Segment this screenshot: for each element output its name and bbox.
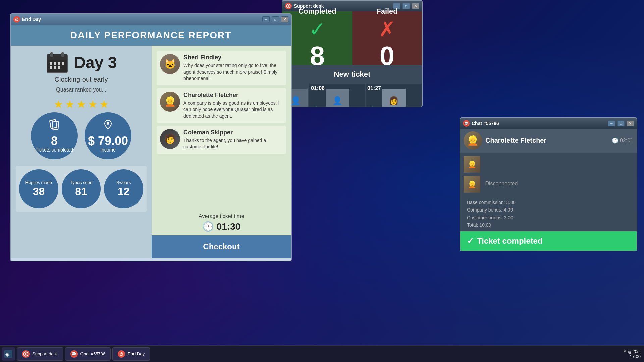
tickets-number: 8 xyxy=(51,135,58,147)
ticket-completed-bar: ✓ Ticket completed xyxy=(460,231,637,251)
avg-ticket-area: Average ticket time 🕐 01:30 xyxy=(152,210,291,235)
svg-rect-6 xyxy=(58,62,60,65)
reviewer-name-2: Coleman Skipper xyxy=(183,129,283,136)
report-right-container: 🐱 Sheri Findley Why does your star ratin… xyxy=(152,46,291,258)
svg-rect-8 xyxy=(50,66,52,69)
completed-tickets-row: 👤 👤 01:06 ✓ #67354 👩 01:27 ✓ #72084 xyxy=(282,84,422,107)
taskbar-endday-label: End Day xyxy=(128,351,145,356)
reviewer-avatar-1: 👱 xyxy=(160,92,180,112)
review-card-2: 🧑 Coleman Skipper Thanks to the agent, y… xyxy=(157,126,286,154)
svg-text:◈: ◈ xyxy=(5,351,10,357)
star-1: ★ xyxy=(54,98,63,111)
end-day-titlebar: ⏻ End Day ─ □ ✕ xyxy=(11,14,291,25)
review-text-0: Why does your star rating only go to fiv… xyxy=(183,62,283,82)
typos-circle: Typos seen 81 xyxy=(62,169,101,208)
support-desk-window: Support desk ─ □ ✕ Completed ✓ 8 Failed … xyxy=(282,0,423,107)
ticket-completed-check-icon: ✓ xyxy=(467,236,474,246)
star-2: ★ xyxy=(65,98,75,111)
chat-minimize-button[interactable]: ─ xyxy=(608,120,615,126)
maximize-button[interactable]: □ xyxy=(272,16,279,22)
chat-maximize-button[interactable]: □ xyxy=(617,120,625,126)
avg-ticket-label: Average ticket time xyxy=(157,213,286,219)
day-info: Day 3 xyxy=(45,51,117,74)
taskbar-chat-icon: 💬 xyxy=(70,350,78,358)
ticket-avatar-1: 👩 xyxy=(382,89,406,107)
failed-label: Failed xyxy=(376,7,398,16)
bottom-stats: Replies made 38 Typos seen 81 Swears 12 xyxy=(16,166,147,212)
company-bonus: Company bonus: 4.00 xyxy=(467,206,630,214)
completed-ticket-0: 👤 01:06 ✓ #67354 xyxy=(309,84,366,107)
taskbar-support-label: Support desk xyxy=(32,351,58,356)
completed-label: Completed xyxy=(298,7,336,16)
ticket-avatar-0: 👤 xyxy=(326,89,349,107)
chat-user-name: Charolette Fletcher xyxy=(485,137,546,144)
tickets-stats-row: Completed ✓ 8 Failed ✗ 0 xyxy=(282,11,422,65)
reviewer-avatar-2: 🧑 xyxy=(160,129,180,149)
chat-header-avatar: 👱 xyxy=(464,131,482,150)
chat-close-button[interactable]: ✕ xyxy=(627,120,634,126)
taskbar-support-icon xyxy=(22,350,30,358)
minimize-button[interactable]: ─ xyxy=(262,16,270,22)
chat-msg-row-1: 👱 Disconnected xyxy=(464,176,633,193)
reviewer-name-0: Sheri Findley xyxy=(183,54,283,61)
review-text-2: Thanks to the agent, you have gained a c… xyxy=(183,137,283,150)
report-header: DAILY PERFORMANCE REPORT xyxy=(11,25,291,46)
support-close-button[interactable]: ✕ xyxy=(412,3,419,9)
taskbar-chat-button[interactable]: 💬 Chat #55786 xyxy=(65,347,111,361)
taskbar-logo: ◈ xyxy=(2,347,15,361)
svg-rect-10 xyxy=(58,66,60,69)
svg-rect-2 xyxy=(50,52,53,57)
replies-circle: Replies made 38 xyxy=(19,169,58,208)
avg-ticket-time: 🕐 01:30 xyxy=(157,221,286,232)
end-day-window: ⏻ End Day ─ □ ✕ DAILY PERFORMANCE REPORT xyxy=(10,13,292,261)
typos-number: 81 xyxy=(75,185,87,198)
clock-icon: 🕐 xyxy=(612,137,619,144)
taskbar-time: Aug 20st 17:00 xyxy=(624,349,641,359)
swears-circle: Swears 12 xyxy=(104,169,143,208)
ticket-check-1: ✓ xyxy=(368,104,374,107)
avg-time-value: 01:30 xyxy=(217,221,241,232)
reviewer-avatar-0: 🐱 xyxy=(160,54,180,74)
typos-label: Typos seen xyxy=(70,180,93,185)
income-circle: $ 79.00 Income xyxy=(85,112,131,159)
completed-stat: Completed ✓ 8 xyxy=(282,11,352,65)
day-number: Day 3 xyxy=(74,53,117,72)
chat-title-icon: 💬 xyxy=(463,120,470,127)
completed-check-icon: ✓ xyxy=(309,17,326,41)
total: Total: 10.00 xyxy=(467,221,630,229)
taskbar-date: Aug 20st xyxy=(624,349,641,354)
taskbar-endday-button[interactable]: ⏻ End Day xyxy=(112,347,150,361)
taskbar-clock: 17:00 xyxy=(624,354,641,359)
swears-number: 12 xyxy=(118,185,130,198)
income-label: Income xyxy=(100,147,116,153)
reviewer-name-1: Charolette Fletcher xyxy=(183,92,283,99)
review-text-1: A company is only as good as its employe… xyxy=(183,100,283,120)
checkout-button[interactable]: Checkout xyxy=(152,235,291,258)
star-4: ★ xyxy=(88,98,98,111)
support-maximize-button[interactable]: □ xyxy=(402,3,410,9)
ticket-time-1: 01:27 xyxy=(367,85,381,92)
chat-header-user: 👱 Charolette Fletcher 🕐 02:01 xyxy=(460,129,637,153)
chat-msg-avatar-1: 👱 xyxy=(464,176,480,193)
chat-msg-row-0: 👱 xyxy=(464,156,633,173)
taskbar-endday-icon: ⏻ xyxy=(118,350,125,358)
taskbar-support-desk-button[interactable]: Support desk xyxy=(17,347,63,361)
review-content-1: Charolette Fletcher A company is only as… xyxy=(183,92,283,120)
stars-row: ★ ★ ★ ★ ★ xyxy=(54,98,109,111)
taskbar-chat-label: Chat #55786 xyxy=(80,351,105,356)
review-card-1: 👱 Charolette Fletcher A company is only … xyxy=(157,88,286,123)
new-ticket-button[interactable]: New ticket xyxy=(282,65,422,84)
svg-rect-1 xyxy=(47,54,67,60)
support-content: Completed ✓ 8 Failed ✗ 0 New ticket 👤 👤 … xyxy=(282,11,422,107)
chat-window: 💬 Chat #55786 ─ □ ✕ 👱 Charolette Fletche… xyxy=(460,117,637,251)
chat-titlebar: 💬 Chat #55786 ─ □ ✕ xyxy=(460,118,637,129)
failed-x-icon: ✗ xyxy=(379,17,395,41)
svg-point-13 xyxy=(107,122,109,125)
svg-rect-3 xyxy=(61,52,64,57)
close-button[interactable]: ✕ xyxy=(281,16,288,22)
svg-rect-5 xyxy=(54,62,56,65)
chat-content: 👱 Charolette Fletcher 🕐 02:01 👱 👱 Discon… xyxy=(460,129,637,251)
report-left-panel: Day 3 Clocking out early Quasar ranked y… xyxy=(11,46,152,258)
chat-financials: Base commission: 3.00 Company bonus: 4.0… xyxy=(464,196,633,231)
calendar-icon xyxy=(45,51,69,74)
